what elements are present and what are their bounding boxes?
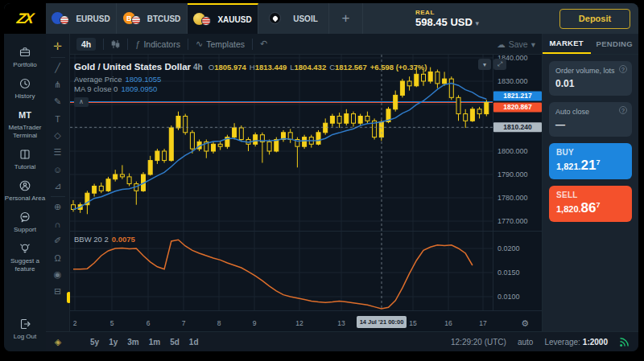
eu-us-pair-icon <box>52 12 71 25</box>
sidebar-item-metatrader[interactable]: MT MetaTrader Terminal <box>4 105 46 144</box>
tab-label: XAUUSD <box>217 15 251 24</box>
svg-text:1830.000: 1830.000 <box>497 77 528 85</box>
buy-button[interactable]: BUY 1,821.217 <box>549 143 632 179</box>
order-volume-field[interactable]: Order volume, lots 0.01 ? <box>549 61 632 96</box>
range-5d[interactable]: 5d <box>167 336 182 348</box>
fullscreen-button[interactable]: ⤢ <box>493 59 506 70</box>
delete-tool[interactable]: ⊟ <box>46 283 69 300</box>
lines-tool[interactable]: ☰ <box>46 144 69 161</box>
sidebar: Portfolio History MT MetaTrader Terminal… <box>4 34 46 351</box>
tab-btcusd[interactable]: B BTCUSD <box>117 3 188 34</box>
timeframe-button[interactable]: 4h <box>76 38 96 51</box>
tab-eurusd[interactable]: EURUSD <box>46 3 117 34</box>
sidebar-item-personal-area[interactable]: Personal Area <box>4 175 46 207</box>
status-bar: 12:29:20 (UTC) auto Leverage:1:2000 <box>451 336 630 347</box>
sidebar-item-history[interactable]: History <box>4 73 46 105</box>
help-icon[interactable]: ? <box>619 65 627 73</box>
svg-text:1821.217: 1821.217 <box>503 92 532 100</box>
undo-button[interactable]: ↶ <box>260 39 267 49</box>
tab-xauusd[interactable]: XAUUSD <box>188 3 258 34</box>
add-instrument-button[interactable]: + <box>329 3 363 34</box>
indicators-button[interactable]: ƒ Indicators <box>135 39 180 49</box>
chart-canvas: 1840.0001830.0001800.0001790.0001780.000… <box>70 55 542 331</box>
brush-tool[interactable]: ✎ <box>46 93 69 110</box>
chat-icon <box>19 211 31 224</box>
sell-price: 1,820.867 <box>556 200 625 216</box>
svg-text:6: 6 <box>147 319 151 327</box>
sidebar-item-tutorial[interactable]: Tutorial <box>4 144 46 175</box>
svg-text:1790.000: 1790.000 <box>497 170 528 178</box>
range-1y[interactable]: 1y <box>106 336 120 348</box>
range-5y[interactable]: 5y <box>88 336 101 348</box>
sidebar-item-label: MetaTrader Terminal <box>4 124 46 140</box>
undo-icon: ↶ <box>260 39 267 49</box>
emoji-tool[interactable]: ☺ <box>46 161 69 178</box>
order-panel: MARKET PENDING Order volume, lots 0.01 ?… <box>542 34 638 331</box>
templates-button[interactable]: ∿ Templates <box>196 39 245 49</box>
sidebar-item-label: History <box>15 92 35 101</box>
briefcase-icon <box>19 46 31 59</box>
help-icon[interactable]: ? <box>619 106 627 114</box>
measure-tool[interactable]: ⊿ <box>46 178 69 195</box>
sidebar-item-label: Support <box>14 226 36 234</box>
objects-icon[interactable]: ◈ <box>46 337 70 347</box>
magnet-tool[interactable]: ∩ <box>46 215 69 232</box>
text-tool[interactable]: T <box>46 110 69 127</box>
pattern-tool[interactable]: ◇ <box>46 127 69 144</box>
range-1m[interactable]: 1m <box>147 336 163 348</box>
drawing-toolbar: ✛ ╱ ⋔ ✎ T ◇ ☰ ☺ ⊿ ⊕ ∩ ✐ Ω ◉ ⊟ <box>46 34 70 331</box>
tab-label: EURUSD <box>76 14 109 23</box>
auto-close-field[interactable]: Auto close — ? <box>549 102 632 137</box>
bulb-icon <box>19 242 31 255</box>
sidebar-item-label: Tutorial <box>14 163 35 171</box>
collapse-legend-button[interactable]: ∧ <box>74 97 89 107</box>
hide-tool[interactable]: ◉ <box>46 266 69 283</box>
sidebar-item-label: Log Out <box>14 333 36 341</box>
tab-market[interactable]: MARKET <box>543 34 591 54</box>
crosshair-tool[interactable]: ✛ <box>46 36 69 55</box>
svg-text:17: 17 <box>479 319 487 327</box>
pitchfork-tool[interactable]: ⋔ <box>46 76 69 93</box>
chart-type-button[interactable] <box>111 39 120 49</box>
range-3m[interactable]: 3m <box>125 336 141 348</box>
sidebar-item-support[interactable]: Support <box>4 207 46 238</box>
range-1d[interactable]: 1d <box>187 336 201 348</box>
price-chart[interactable]: 1840.0001830.0001800.0001790.0001780.000… <box>70 55 542 331</box>
sidebar-item-suggest-feature[interactable]: Suggest a feature <box>4 238 46 277</box>
timezone-auto-button[interactable]: auto <box>518 338 533 347</box>
trendline-tool[interactable]: ╱ <box>46 59 69 76</box>
tab-label: USOIL <box>293 14 318 23</box>
zoom-in-tool[interactable]: ⊕ <box>46 199 69 215</box>
history-icon <box>19 77 31 90</box>
svg-text:1780.000: 1780.000 <box>497 194 528 202</box>
svg-text:14 Jul '21 00:00: 14 Jul '21 00:00 <box>360 318 404 326</box>
range-selector: 5y 1y 3m 1m 5d 1d <box>88 336 201 348</box>
divider <box>103 39 104 50</box>
account-switcher[interactable]: REAL 598.45 USD ▾ <box>415 3 479 34</box>
sidebar-item-portfolio[interactable]: Portfolio <box>4 42 46 73</box>
sidebar-item-label: Portfolio <box>13 61 36 69</box>
lock-tool[interactable]: Ω <box>46 249 69 266</box>
clock: 12:29:20 (UTC) <box>451 338 506 347</box>
save-layout-button[interactable]: ☁ Save ▾ <box>497 39 535 49</box>
svg-text:1820.867: 1820.867 <box>503 103 532 111</box>
svg-text:1800.000: 1800.000 <box>497 147 528 155</box>
svg-text:0.0100: 0.0100 <box>497 293 520 301</box>
brand-logo[interactable]: ZX <box>4 3 46 34</box>
deposit-button[interactable]: Deposit <box>559 9 630 29</box>
candles-icon <box>111 39 120 49</box>
sell-button[interactable]: SELL 1,820.867 <box>549 186 632 222</box>
draw-mode-tool[interactable]: ✐ <box>46 232 69 249</box>
svg-text:8: 8 <box>217 319 221 327</box>
tab-pending[interactable]: PENDING <box>591 34 639 54</box>
order-volume-value: 0.01 <box>555 78 625 89</box>
svg-text:2: 2 <box>73 319 77 327</box>
sidebar-item-logout[interactable]: Log Out <box>4 314 46 345</box>
tab-usoil[interactable]: USOIL <box>258 3 329 34</box>
axis-settings-gear-icon[interactable]: ⚙ <box>521 318 529 329</box>
brand-logo-text: ZX <box>16 10 34 27</box>
svg-text:15: 15 <box>409 319 417 327</box>
grid-layer <box>70 55 542 311</box>
svg-text:12: 12 <box>295 319 303 327</box>
scroll-to-end-button[interactable]: ▾ <box>478 59 491 70</box>
